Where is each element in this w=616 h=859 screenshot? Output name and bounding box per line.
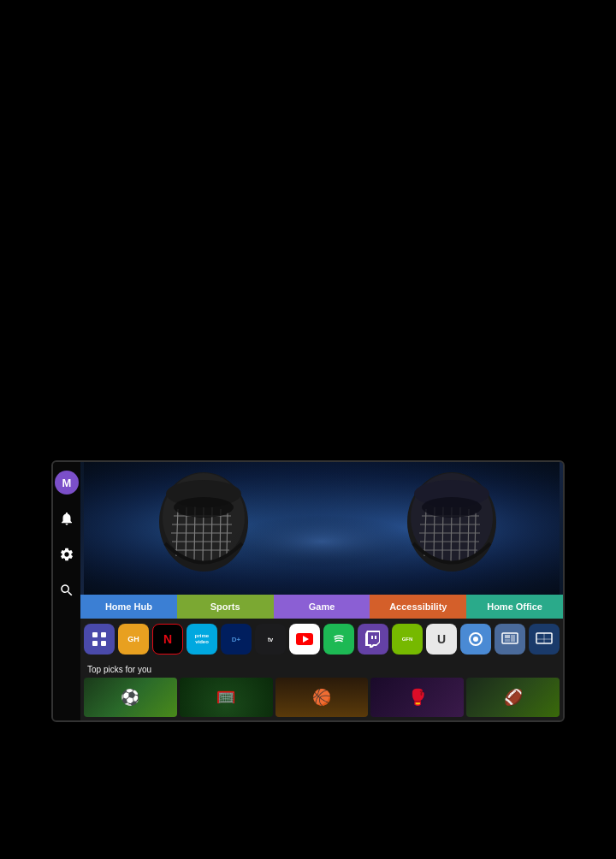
svg-rect-44 <box>375 636 376 639</box>
hero-banner <box>80 462 563 595</box>
app-youtube[interactable] <box>289 624 320 655</box>
sidebar: M <box>53 462 80 720</box>
svg-rect-48 <box>505 635 510 638</box>
app-apps[interactable] <box>84 624 115 655</box>
cat-game[interactable]: Game <box>274 595 370 619</box>
search-icon[interactable] <box>55 578 79 602</box>
pick-thumb-5[interactable]: 🏈 <box>466 678 560 717</box>
app-u[interactable]: U <box>426 624 457 655</box>
cat-sports[interactable]: Sports <box>177 595 274 619</box>
category-bar: Home Hub Sports Game Accessibility Home … <box>80 595 563 619</box>
app-disney-plus[interactable]: D+ <box>221 624 252 655</box>
main-content: Home Hub Sports Game Accessibility Home … <box>80 462 563 720</box>
app-screen-share[interactable] <box>495 624 525 655</box>
app-prime-video[interactable]: primevideo <box>187 624 217 655</box>
apps-row: GH N primevideo D+ tv <box>80 619 563 660</box>
app-apple-tv[interactable]: tv <box>255 624 286 655</box>
app-screen-mirror[interactable] <box>529 624 560 655</box>
svg-rect-49 <box>511 635 515 642</box>
svg-rect-35 <box>84 462 560 595</box>
app-circle[interactable] <box>460 624 491 655</box>
pick-thumb-1[interactable]: ⚽ <box>84 678 177 717</box>
pick-thumb-2[interactable]: 🥅 <box>180 678 273 717</box>
profile-icon[interactable]: M <box>55 471 79 495</box>
pick-thumb-4[interactable]: 🥊 <box>370 678 464 717</box>
notifications-icon[interactable] <box>55 507 79 530</box>
tv-screen: M <box>51 460 565 722</box>
app-spotify[interactable] <box>323 624 354 655</box>
svg-rect-39 <box>101 641 106 646</box>
picks-row: ⚽ 🥅 🏀 🥊 🏈 <box>84 678 560 717</box>
svg-rect-38 <box>92 641 98 646</box>
app-geforce-now[interactable]: GFN <box>392 624 423 655</box>
app-twitch[interactable] <box>358 624 388 655</box>
pick-thumb-3[interactable]: 🏀 <box>275 678 369 717</box>
top-picks-section: Top picks for you ⚽ 🥅 🏀 🥊 🏈 <box>80 660 563 720</box>
svg-point-46 <box>473 637 478 642</box>
tv-content: M <box>53 462 563 720</box>
cat-accessibility[interactable]: Accessibility <box>370 595 466 619</box>
top-picks-label: Top picks for you <box>84 663 560 678</box>
svg-rect-36 <box>92 632 98 637</box>
cat-home-hub[interactable]: Home Hub <box>80 595 177 619</box>
cat-home-office[interactable]: Home Office <box>466 595 563 619</box>
svg-rect-43 <box>371 636 373 639</box>
svg-rect-37 <box>101 632 106 637</box>
app-gh[interactable]: GH <box>118 624 149 655</box>
app-netflix[interactable]: N <box>152 624 183 655</box>
svg-point-42 <box>330 631 347 648</box>
svg-rect-50 <box>505 639 510 642</box>
settings-icon[interactable] <box>55 542 79 566</box>
